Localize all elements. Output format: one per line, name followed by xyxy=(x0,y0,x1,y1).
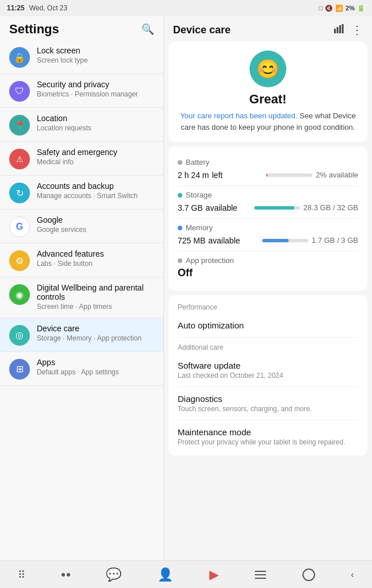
nav-lines-button[interactable] xyxy=(243,566,278,583)
battery-dot xyxy=(178,160,182,165)
diagnostics-sub: Touch screen, sensors, charging, and mor… xyxy=(178,405,358,413)
wellbeing-title: Digital Wellbeing and parental controls xyxy=(37,283,154,301)
care-link[interactable]: Your care report has been updated. xyxy=(180,111,297,120)
advanced-title: Advanced features xyxy=(37,249,154,258)
svg-rect-3 xyxy=(342,24,344,33)
sidebar-title: Settings xyxy=(9,22,59,37)
apps-icon: ⊞ xyxy=(9,359,30,380)
mute-icon: 🔇 xyxy=(325,5,333,12)
care-report: 😊 Great! Your care report has been updat… xyxy=(168,41,367,142)
memory-label: Memory xyxy=(186,223,213,232)
safety-sub: Medical info xyxy=(37,157,154,167)
lock-screen-sub: Screen lock type xyxy=(37,56,154,65)
auto-optimization-item[interactable]: Auto optimization xyxy=(178,314,358,338)
sidebar: Settings 🔍 🔒 Lock screen Screen lock typ… xyxy=(0,16,164,560)
svg-rect-4 xyxy=(255,571,266,572)
security-title: Security and privacy xyxy=(37,80,154,89)
battery-value: 2 h 24 m left xyxy=(178,169,223,181)
nav-dots-button[interactable] xyxy=(50,568,82,581)
sidebar-item-advanced[interactable]: ⚙ Advanced features Labs · Side button xyxy=(0,243,163,277)
wifi-icon: 📶 xyxy=(335,5,343,12)
location-title: Location xyxy=(37,114,154,123)
sidebar-item-wellbeing[interactable]: ◉ Digital Wellbeing and parental control… xyxy=(0,277,163,318)
maintenance-mode-title: Maintenance mode xyxy=(178,427,358,437)
lock-screen-title: Lock screen xyxy=(37,46,154,55)
security-sub: Biometrics · Permission manager xyxy=(37,90,154,99)
wellbeing-sub: Screen time · App timers xyxy=(37,302,154,312)
care-description: Your care report has been updated. See w… xyxy=(178,110,358,133)
battery-text: 2% xyxy=(346,5,355,11)
search-icon[interactable]: 🔍 xyxy=(141,23,154,36)
svg-rect-1 xyxy=(337,27,339,33)
storage-bar xyxy=(254,206,294,210)
apps-sub: Default apps · App settings xyxy=(37,368,154,377)
sidebar-item-apps[interactable]: ⊞ Apps Default apps · App settings xyxy=(0,352,163,386)
nav-youtube-button[interactable]: ▶ xyxy=(198,563,231,587)
diagnostics-item[interactable]: Diagnostics Touch screen, sensors, charg… xyxy=(178,387,358,420)
device-care-icon: ◎ xyxy=(9,325,30,346)
storage-right: 28.3 GB / 32 GB xyxy=(254,203,358,212)
svg-rect-5 xyxy=(255,574,266,575)
storage-label: Storage xyxy=(186,191,212,199)
battery-bar xyxy=(266,173,267,177)
software-update-sub: Last checked on October 21, 2024 xyxy=(178,372,358,380)
wellbeing-icon: ◉ xyxy=(9,284,30,305)
google-icon: G xyxy=(9,216,30,237)
signal-icon: □ xyxy=(319,5,323,11)
nav-home-button[interactable] xyxy=(291,564,327,586)
sidebar-item-safety[interactable]: ⚠ Safety and emergency Medical info xyxy=(0,142,163,176)
more-options-icon[interactable]: ⋮ xyxy=(351,23,363,37)
nav-back-button[interactable]: ‹ xyxy=(339,565,365,585)
sidebar-item-lock-screen[interactable]: 🔒 Lock screen Screen lock type xyxy=(0,40,163,74)
right-panel: Device care ⋮ 😊 Great! You xyxy=(164,16,372,560)
memory-bar xyxy=(262,239,289,242)
sidebar-item-security[interactable]: 🛡 Security and privacy Biometrics · Perm… xyxy=(0,74,163,108)
app-protection-dot xyxy=(178,258,182,263)
svg-rect-0 xyxy=(334,29,336,33)
nav-chat-button[interactable]: 💬 xyxy=(94,563,133,587)
stats-section: Battery 2 h 24 m left 2% available xyxy=(168,146,367,291)
memory-stat[interactable]: Memory 725 MB available 1.7 GB / 3 GB xyxy=(178,219,358,252)
additional-care-label: Additional care xyxy=(178,338,358,354)
maintenance-mode-item[interactable]: Maintenance mode Protect your privacy wh… xyxy=(178,420,358,453)
app-protection-value: Off xyxy=(178,267,358,279)
advanced-icon: ⚙ xyxy=(9,250,30,271)
status-time: 11:25 xyxy=(7,4,25,12)
safety-title: Safety and emergency xyxy=(37,148,154,157)
device-care-sub: Storage · Memory · App protection xyxy=(37,334,154,343)
advanced-sub: Labs · Side button xyxy=(37,259,154,269)
accounts-title: Accounts and backup xyxy=(37,181,154,191)
battery-label: Battery xyxy=(186,158,209,167)
sidebar-item-accounts[interactable]: ↻ Accounts and backup Manage accounts · … xyxy=(0,176,163,210)
memory-value: 725 MB available xyxy=(178,234,240,246)
google-sub: Google services xyxy=(37,225,154,235)
lock-screen-icon: 🔒 xyxy=(9,47,30,68)
status-date: Wed, Oct 23 xyxy=(29,4,67,12)
care-status: Great! xyxy=(178,92,358,107)
sidebar-item-google[interactable]: G Google Google services xyxy=(0,210,163,243)
location-sub: Location requests xyxy=(37,123,154,133)
sidebar-item-location[interactable]: 📍 Location Location requests xyxy=(0,108,163,142)
storage-value: 3.7 GB available xyxy=(178,202,237,214)
memory-dot xyxy=(178,226,182,230)
status-bar: 11:25 Wed, Oct 23 □ 🔇 📶 2% 🔋 xyxy=(0,0,372,16)
nav-apps-button[interactable]: ⠿ xyxy=(6,564,37,586)
battery-stat[interactable]: Battery 2 h 24 m left 2% available xyxy=(178,153,358,186)
app-protection-label: App protection xyxy=(186,256,234,265)
accounts-icon: ↻ xyxy=(9,183,30,203)
nav-contacts-button[interactable]: 👤 xyxy=(146,563,185,587)
google-title: Google xyxy=(37,215,154,225)
auto-optimization-title: Auto optimization xyxy=(178,320,358,330)
panel-header-icons: ⋮ xyxy=(334,23,363,37)
accounts-sub: Manage accounts · Smart Switch xyxy=(37,191,154,201)
storage-stat[interactable]: Storage 3.7 GB available 28.3 GB / 32 GB xyxy=(178,186,358,219)
main-container: Settings 🔍 🔒 Lock screen Screen lock typ… xyxy=(0,16,372,560)
battery-right: 2% available xyxy=(266,171,358,179)
software-update-item[interactable]: Software update Last checked on October … xyxy=(178,354,358,387)
app-protection-stat[interactable]: App protection Off xyxy=(178,252,358,284)
apps-title: Apps xyxy=(37,358,154,367)
security-icon: 🛡 xyxy=(9,81,30,102)
storage-dot xyxy=(178,193,182,198)
svg-rect-2 xyxy=(339,25,341,33)
sidebar-item-device-care[interactable]: ◎ Device care Storage · Memory · App pro… xyxy=(0,318,163,352)
